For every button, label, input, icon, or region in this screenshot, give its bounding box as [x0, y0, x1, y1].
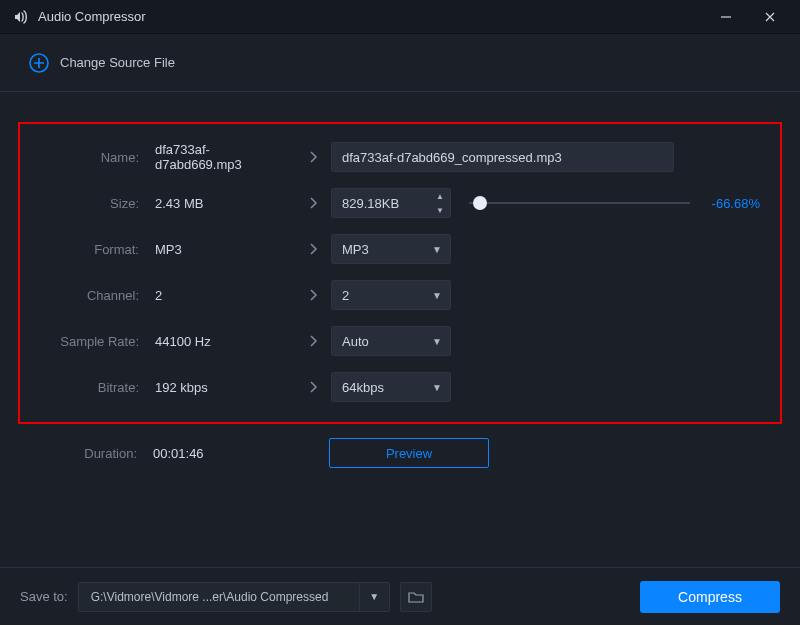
source-format: MP3	[145, 242, 295, 257]
source-sample-rate: 44100 Hz	[145, 334, 295, 349]
save-path-text: G:\Vidmore\Vidmore ...er\Audio Compresse…	[79, 590, 359, 604]
spinner-up-icon[interactable]: ▲	[430, 189, 450, 203]
bitrate-dropdown[interactable]: 64kbps ▼	[331, 372, 451, 402]
preview-button[interactable]: Preview	[329, 438, 489, 468]
channel-selected: 2	[342, 288, 349, 303]
titlebar: Audio Compressor	[0, 0, 800, 34]
caret-down-icon: ▼	[432, 336, 442, 347]
chevron-right-icon	[295, 380, 331, 394]
plus-circle-icon	[28, 52, 50, 74]
highlight-box: Name: dfa733af-d7abd669.mp3 Size: 2.43 M…	[18, 122, 782, 424]
row-size: Size: 2.43 MB 829.18KB ▲ ▼ -66.68%	[40, 180, 760, 226]
label-format: Format:	[40, 242, 145, 257]
target-size-value: 829.18KB	[332, 196, 430, 211]
footer: Save to: G:\Vidmore\Vidmore ...er\Audio …	[0, 567, 800, 625]
label-duration: Duration:	[38, 446, 143, 461]
folder-icon	[408, 590, 424, 604]
caret-down-icon[interactable]: ▼	[359, 583, 389, 611]
label-size: Size:	[40, 196, 145, 211]
row-sample-rate: Sample Rate: 44100 Hz Auto ▼	[40, 318, 760, 364]
change-source-button[interactable]: Change Source File	[28, 52, 175, 74]
source-size: 2.43 MB	[145, 196, 295, 211]
spinner-down-icon[interactable]: ▼	[430, 203, 450, 217]
label-name: Name:	[40, 150, 145, 165]
size-reduction-pct: -66.68%	[712, 196, 760, 211]
source-name: dfa733af-d7abd669.mp3	[145, 142, 295, 172]
chevron-right-icon	[295, 150, 331, 164]
source-bitrate: 192 kbps	[145, 380, 295, 395]
compress-button[interactable]: Compress	[640, 581, 780, 613]
chevron-right-icon	[295, 288, 331, 302]
chevron-right-icon	[295, 242, 331, 256]
change-source-label: Change Source File	[60, 55, 175, 70]
row-bitrate: Bitrate: 192 kbps 64kbps ▼	[40, 364, 760, 410]
chevron-right-icon	[295, 334, 331, 348]
label-bitrate: Bitrate:	[40, 380, 145, 395]
row-name: Name: dfa733af-d7abd669.mp3	[40, 134, 760, 180]
slider-thumb[interactable]	[473, 196, 487, 210]
label-channel: Channel:	[40, 288, 145, 303]
caret-down-icon: ▼	[432, 382, 442, 393]
label-save-to: Save to:	[20, 589, 68, 604]
sample-rate-dropdown[interactable]: Auto ▼	[331, 326, 451, 356]
sample-rate-selected: Auto	[342, 334, 369, 349]
caret-down-icon: ▼	[432, 244, 442, 255]
row-duration: Duration: 00:01:46 Preview	[18, 430, 782, 476]
source-channel: 2	[145, 288, 295, 303]
main-panel: Name: dfa733af-d7abd669.mp3 Size: 2.43 M…	[0, 92, 800, 486]
app-title: Audio Compressor	[38, 9, 146, 24]
toolbar: Change Source File	[0, 34, 800, 92]
open-folder-button[interactable]	[400, 582, 432, 612]
format-dropdown[interactable]: MP3 ▼	[331, 234, 451, 264]
row-format: Format: MP3 MP3 ▼	[40, 226, 760, 272]
source-duration: 00:01:46	[143, 446, 293, 461]
label-sample-rate: Sample Rate:	[40, 334, 145, 349]
close-button[interactable]	[748, 0, 792, 34]
caret-down-icon: ▼	[432, 290, 442, 301]
target-size-spinner[interactable]: 829.18KB ▲ ▼	[331, 188, 451, 218]
chevron-right-icon	[295, 196, 331, 210]
channel-dropdown[interactable]: 2 ▼	[331, 280, 451, 310]
row-channel: Channel: 2 2 ▼	[40, 272, 760, 318]
format-selected: MP3	[342, 242, 369, 257]
minimize-button[interactable]	[704, 0, 748, 34]
output-name-input[interactable]	[331, 142, 674, 172]
save-path-dropdown[interactable]: G:\Vidmore\Vidmore ...er\Audio Compresse…	[78, 582, 390, 612]
bitrate-selected: 64kbps	[342, 380, 384, 395]
size-slider[interactable]	[461, 202, 698, 204]
speaker-icon	[14, 10, 30, 24]
